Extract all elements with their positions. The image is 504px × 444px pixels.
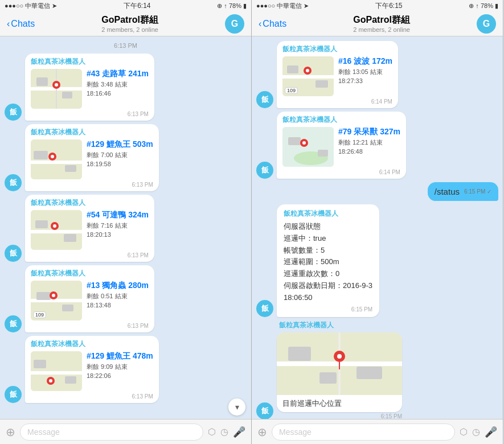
bubble-bot: 飯粒真茶冰機器人 #129 鯉魚王 478m bbox=[25, 336, 159, 403]
status-bar-right: ●●●○○ 中華電信 ➤ 下午6:15 ⊕ ↑ 78% ▮ bbox=[252, 0, 503, 11]
sender-name: 飯粒真茶冰機器人 bbox=[31, 198, 149, 208]
map-card[interactable]: #79 呆呆獸 327m 剩餘 12:21 結束 18:26:48 bbox=[282, 127, 400, 167]
status-bar-left: ●●●○○ 中華電信 ➤ 下午6:14 ⊕ ↑ 78% ▮ bbox=[0, 0, 251, 11]
map-thumbnail bbox=[31, 210, 82, 250]
input-bar-left: ⊕ Message ⬡ ◷ 🎤 bbox=[0, 419, 251, 444]
status-time-left: 下午6:14 bbox=[124, 1, 150, 11]
scroll-down-button[interactable]: ▾ bbox=[228, 398, 245, 416]
map-info: #129 鯉魚王 478m 剩餘 9:09 結束 18:22:06 bbox=[87, 351, 153, 379]
map-card[interactable]: #129 鯉魚王 503m 剩餘 7:00 結束 18:19:58 bbox=[31, 139, 153, 179]
list-item: 飯 飯粒真茶冰機器人 #54 bbox=[5, 195, 247, 262]
chat-subtitle-right: 2 members, 2 online bbox=[286, 26, 477, 33]
map-card[interactable]: #129 鯉魚王 478m 剩餘 9:09 結束 18:22:06 bbox=[31, 351, 153, 391]
map-badge: 109 bbox=[33, 311, 46, 318]
sender-name: 飯粒真茶冰機器人 bbox=[279, 320, 402, 330]
map-card[interactable]: #43 走路草 241m 剩餘 3:48 結束 18:16:46 bbox=[31, 69, 149, 109]
map-info: #13 獨角蟲 280m 剩餘 0:51 結束 18:13:48 bbox=[87, 281, 149, 309]
mic-icon[interactable]: 🎤 bbox=[233, 426, 245, 438]
sticker-icon[interactable]: ⬡ bbox=[460, 426, 468, 437]
svg-rect-33 bbox=[287, 65, 298, 73]
chevron-left-icon: ‹ bbox=[259, 19, 261, 29]
pokemon-name: #54 可達鴨 324m bbox=[87, 210, 149, 220]
mic-icon[interactable]: 🎤 bbox=[485, 426, 497, 438]
map-card[interactable]: #54 可達鴨 324m 剩餘 7:16 結束 18:20:13 bbox=[31, 210, 149, 250]
bubble-user: /status 6:15 PM ✓ bbox=[428, 182, 498, 201]
map-card[interactable]: 109 #13 獨角蟲 280m 剩餘 0:51 結束 18:13:48 bbox=[31, 281, 149, 320]
list-item: 飯 飯粒真茶冰機器人 109 bbox=[256, 41, 498, 108]
svg-rect-9 bbox=[34, 151, 48, 159]
map-card[interactable]: 109 #16 波波 172m 剩餘 13:05 結束 18:27:33 bbox=[282, 56, 392, 96]
bot-avatar: 飯 bbox=[256, 91, 273, 108]
messages-area-left: 6:13 PM 飯 飯粒真茶冰機器人 bbox=[0, 36, 251, 419]
bubble-map-only[interactable]: 目前巡邏中心位置 bbox=[277, 332, 402, 412]
map-info: #129 鯉魚王 503m 剩餘 7:00 結束 18:19:58 bbox=[87, 139, 153, 167]
end-time: 18:19:58 bbox=[87, 161, 153, 167]
input-right-icons: ⬡ ◷ 🎤 bbox=[208, 426, 245, 438]
back-button-right[interactable]: ‹ Chats bbox=[259, 19, 286, 29]
map-info: #54 可達鴨 324m 剩餘 7:16 結束 18:20:13 bbox=[87, 210, 149, 238]
svg-rect-48 bbox=[319, 372, 337, 384]
message-input-left[interactable]: Message bbox=[20, 424, 203, 441]
message-time: 6:15 PM bbox=[277, 413, 402, 419]
list-item: 飯 飯粒真茶冰機器人 bbox=[5, 54, 247, 121]
messages-area-right: 飯 飯粒真茶冰機器人 109 bbox=[252, 36, 503, 419]
sender-name: 飯粒真茶冰機器人 bbox=[31, 339, 153, 349]
end-time: 18:13:48 bbox=[87, 302, 149, 309]
avatar-right[interactable]: G bbox=[477, 14, 496, 34]
svg-point-18 bbox=[53, 224, 56, 228]
map-thumbnail: 109 bbox=[31, 281, 82, 320]
clock-icon[interactable]: ◷ bbox=[472, 426, 480, 437]
sender-name: 飯粒真茶冰機器人 bbox=[31, 128, 153, 137]
status-time-right: 下午6:15 bbox=[375, 1, 402, 11]
sticker-icon[interactable]: ⬡ bbox=[208, 426, 216, 437]
back-label-left: Chats bbox=[11, 19, 35, 29]
svg-rect-40 bbox=[318, 150, 328, 157]
message-time: 6:14 PM bbox=[282, 169, 400, 175]
svg-rect-46 bbox=[288, 347, 311, 361]
bot-avatar: 飯 bbox=[256, 300, 273, 317]
svg-rect-10 bbox=[65, 165, 76, 172]
end-time: 18:27:33 bbox=[338, 77, 392, 84]
svg-rect-4 bbox=[62, 92, 72, 98]
map-badge: 109 bbox=[285, 87, 298, 94]
bot-avatar: 飯 bbox=[5, 245, 22, 262]
pokemon-name: #129 鯉魚王 478m bbox=[87, 351, 153, 361]
status-signal-right: ●●●○○ 中華電信 ➤ bbox=[256, 2, 309, 10]
list-item: 飯 飯粒真茶冰機器人 109 bbox=[5, 265, 247, 332]
avatar-left[interactable]: G bbox=[225, 14, 244, 34]
bot-avatar: 飯 bbox=[5, 315, 22, 332]
svg-rect-21 bbox=[36, 292, 51, 300]
list-item: 飯 飯粒真茶冰機器人 伺服器狀態 巡邏中：true 帳號數量：5 巡邏範圍：50… bbox=[256, 204, 498, 317]
back-button-left[interactable]: ‹ Chats bbox=[7, 19, 35, 29]
list-item: 飯 飯粒真茶冰機器人 #129 bbox=[5, 124, 247, 191]
clock-icon[interactable]: ◷ bbox=[220, 426, 228, 437]
end-time: 18:22:06 bbox=[87, 372, 153, 379]
bot-avatar: 飯 bbox=[256, 162, 273, 179]
pokemon-name: #43 走路草 241m bbox=[87, 69, 149, 79]
message-input-right[interactable]: Message bbox=[272, 424, 455, 441]
nav-title-right: GoPatrol群組 2 members, 2 online bbox=[286, 14, 477, 33]
message-time-right: 6:15 PM ✓ bbox=[464, 188, 491, 195]
map-thumbnail bbox=[31, 351, 82, 391]
attachment-icon[interactable]: ⊕ bbox=[257, 425, 267, 439]
map-thumbnail bbox=[31, 139, 82, 179]
map-thumbnail bbox=[31, 69, 82, 109]
attachment-icon[interactable]: ⊕ bbox=[6, 425, 15, 439]
pokemon-name: #13 獨角蟲 280m bbox=[87, 281, 149, 291]
map-info: #79 呆呆獸 327m 剩餘 12:21 結束 18:26:48 bbox=[338, 127, 400, 155]
svg-point-12 bbox=[51, 155, 54, 158]
sender-name: 飯粒真茶冰機器人 bbox=[282, 44, 392, 54]
message-time: 6:13 PM bbox=[31, 111, 149, 117]
list-item: 飯 飯粒真茶冰機器人 #129 bbox=[5, 336, 247, 403]
svg-point-42 bbox=[302, 141, 306, 145]
map-big-thumbnail bbox=[277, 332, 402, 395]
svg-rect-3 bbox=[36, 77, 48, 86]
bubble-bot: 飯粒真茶冰機器人 #43 走路 bbox=[25, 54, 154, 121]
pokemon-name: #16 波波 172m bbox=[338, 56, 392, 67]
bubble-bot: 飯粒真茶冰機器人 #129 鯉魚王 503m bbox=[25, 124, 159, 191]
bubble-bot: 飯粒真茶冰機器人 109 #13 獨 bbox=[25, 265, 154, 332]
remain-time: 剩餘 13:05 結束 bbox=[338, 68, 392, 76]
map-location-label: 目前巡邏中心位置 bbox=[277, 395, 402, 412]
remain-time: 剩餘 7:16 結束 bbox=[87, 221, 149, 230]
list-item: /status 6:15 PM ✓ bbox=[256, 182, 498, 201]
